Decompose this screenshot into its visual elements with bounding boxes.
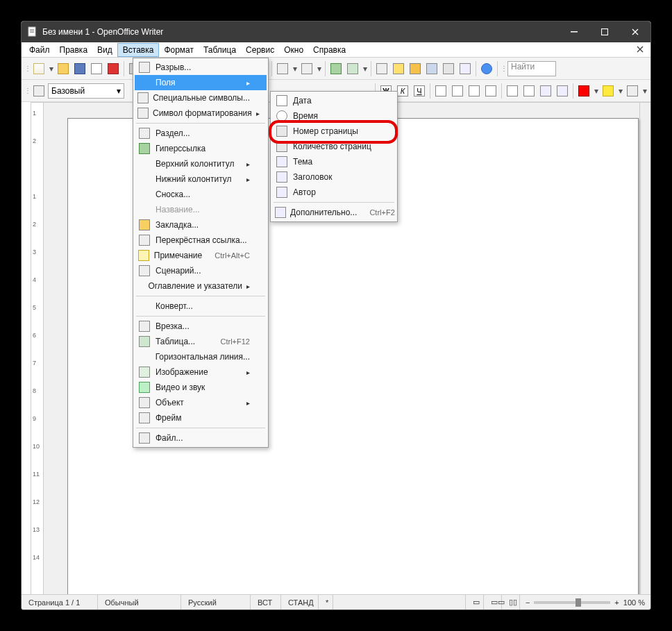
insert-envelope[interactable]: Конверт... [135, 298, 267, 314]
status-style[interactable]: Обычный [98, 595, 181, 609]
redo-button[interactable] [299, 61, 314, 76]
font-color-dropdown[interactable]: ▾ [593, 86, 599, 96]
field-author[interactable]: Автор [272, 185, 396, 200]
highlight-dropdown[interactable]: ▾ [617, 86, 623, 96]
insert-section[interactable]: Раздел... [135, 126, 267, 141]
table-dropdown[interactable]: ▾ [362, 64, 368, 74]
menu-edit[interactable]: Правка [55, 43, 93, 57]
field-page-number[interactable]: Номер страницы [272, 124, 396, 139]
status-page[interactable]: Страница 1 / 1 [22, 595, 98, 609]
insert-frame[interactable]: Врезка... [135, 319, 267, 334]
zoom-out-button[interactable]: − [526, 598, 530, 607]
help-button[interactable] [479, 61, 494, 76]
insert-fields[interactable]: Поля▸ [135, 75, 267, 90]
open-button[interactable] [56, 61, 71, 76]
para-style-combo[interactable]: Базовый▾ [48, 83, 124, 99]
insert-special-chars[interactable]: Специальные символы... [135, 90, 267, 106]
status-view-multi[interactable]: ▭▭ [484, 595, 502, 609]
field-page-count[interactable]: Количество страниц [272, 139, 396, 154]
underline-button[interactable]: Ч [412, 83, 427, 99]
inc-indent-button[interactable] [555, 83, 570, 99]
insert-file[interactable]: Файл... [135, 430, 267, 446]
navigator-button[interactable] [391, 61, 406, 76]
insert-indexes[interactable]: Оглавление и указатели▸ [135, 278, 267, 294]
save-button[interactable] [72, 61, 87, 76]
dec-indent-button[interactable] [538, 83, 553, 99]
app-window: Без имени 1 - OpenOffice Writer Файл Пра… [21, 21, 651, 610]
menu-table[interactable]: Таблица [199, 43, 241, 57]
nonprinting-button[interactable] [441, 61, 456, 76]
insert-bookmark[interactable]: Закладка... [135, 217, 267, 233]
minimize-button[interactable] [559, 22, 589, 42]
insert-image[interactable]: Изображение▸ [135, 364, 267, 380]
insert-object[interactable]: Объект▸ [135, 395, 267, 410]
insert-break[interactable]: Разрыв... [135, 60, 267, 75]
field-title[interactable]: Заголовок [272, 169, 396, 185]
datasources-button[interactable] [424, 61, 439, 76]
zoom-button[interactable] [457, 61, 473, 76]
find-input[interactable]: Найти [507, 61, 556, 76]
field-subject[interactable]: Тема [272, 154, 396, 169]
toolbar-grip-icon: ⋮ [24, 65, 30, 72]
insert-note[interactable]: ПримечаниеCtrl+Alt+C [135, 248, 267, 263]
highlight-button[interactable] [600, 83, 616, 99]
insert-hyperlink[interactable]: Гиперссылка [135, 141, 267, 156]
styles-button[interactable] [31, 83, 47, 99]
insert-footer[interactable]: Нижний колонтитул▸ [135, 171, 267, 187]
zoom-in-button[interactable]: + [614, 598, 619, 607]
status-language[interactable]: Русский [181, 595, 251, 609]
menu-format[interactable]: Формат [159, 43, 199, 57]
menu-insert[interactable]: Вставка [117, 43, 160, 57]
close-doc-button[interactable] [632, 44, 648, 56]
menu-window[interactable]: Окно [279, 43, 308, 57]
table-button[interactable] [345, 61, 360, 76]
undo-dropdown[interactable]: ▾ [292, 64, 298, 74]
insert-footnote[interactable]: Сноска... [135, 187, 267, 202]
status-view-book[interactable]: ▯▯ [502, 595, 520, 609]
undo-button[interactable] [275, 61, 290, 76]
vertical-scrollbar[interactable] [639, 103, 650, 594]
bg-color-button[interactable] [625, 83, 640, 99]
align-justify-button[interactable] [483, 83, 498, 99]
mail-button[interactable] [89, 61, 104, 76]
status-insert-mode[interactable]: ВСТ [251, 595, 281, 609]
field-other[interactable]: Дополнительно...Ctrl+F2 [272, 205, 396, 220]
font-color-button[interactable] [576, 83, 591, 99]
new-button[interactable] [31, 61, 47, 76]
zoom-value[interactable]: 100 % [623, 598, 645, 607]
redo-dropdown[interactable]: ▾ [316, 64, 322, 74]
numbering-button[interactable] [505, 83, 520, 99]
insert-table[interactable]: Таблица...Ctrl+F12 [135, 334, 267, 349]
status-modified[interactable]: * [319, 595, 333, 609]
vertical-ruler[interactable]: 1 2 1 2 3 4 5 6 7 8 9 10 11 12 13 14 [31, 103, 44, 594]
pdf-button[interactable] [106, 61, 121, 76]
field-date[interactable]: Дата [272, 93, 396, 108]
insert-script[interactable]: Сценарий... [135, 263, 267, 278]
insert-format-mark[interactable]: Символ форматирования▸ [135, 106, 267, 121]
hyperlink-button[interactable] [328, 61, 344, 76]
close-button[interactable] [620, 22, 650, 42]
menu-help[interactable]: Справка [308, 43, 351, 57]
maximize-button[interactable] [589, 22, 620, 42]
field-time[interactable]: Время [272, 108, 396, 124]
bullets-button[interactable] [521, 83, 537, 99]
gallery-button[interactable] [408, 61, 423, 76]
align-right-button[interactable] [467, 83, 482, 99]
insert-header[interactable]: Верхний колонтитул▸ [135, 156, 267, 171]
insert-iframe[interactable]: Фрейм [135, 410, 267, 426]
menu-file[interactable]: Файл [24, 43, 55, 57]
bg-color-dropdown[interactable]: ▾ [641, 86, 648, 96]
status-selection-mode[interactable]: СТАНД [281, 595, 319, 609]
status-view-single[interactable]: ▭ [466, 595, 484, 609]
new-dropdown[interactable]: ▾ [48, 64, 54, 74]
align-left-button[interactable] [433, 83, 448, 99]
align-center-button[interactable] [450, 83, 465, 99]
zoom-slider[interactable] [534, 601, 610, 604]
menu-tools[interactable]: Сервис [241, 43, 279, 57]
insert-hrule[interactable]: Горизонтальная линия... [135, 349, 267, 364]
insert-crossref[interactable]: Перекрёстная ссылка... [135, 233, 267, 248]
find-button[interactable] [374, 61, 389, 76]
fields-submenu: Дата Время Номер страницы Количество стр… [270, 91, 398, 222]
menu-view[interactable]: Вид [92, 43, 117, 57]
insert-media[interactable]: Видео и звук [135, 380, 267, 395]
